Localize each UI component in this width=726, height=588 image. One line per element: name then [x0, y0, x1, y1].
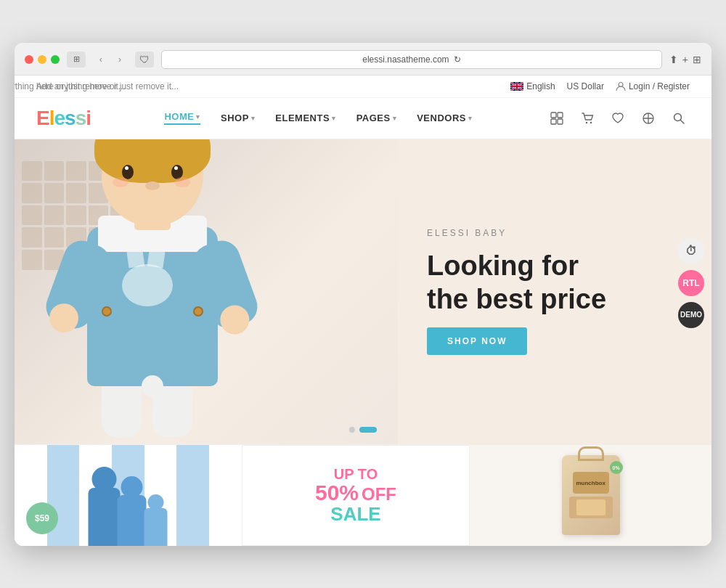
pages-chevron-icon: ▾: [393, 115, 397, 122]
nav-item-vendors[interactable]: VENDORS ▾: [417, 113, 472, 123]
sale-text: UP TO 50% OFF SALE: [315, 466, 396, 525]
tab-grid-icon[interactable]: ⊞: [67, 52, 86, 68]
logo-letter-e2: e: [54, 107, 65, 129]
nav-shop-label: SHOP: [221, 113, 249, 123]
search-icon[interactable]: [668, 107, 690, 129]
nav-icons: [546, 107, 690, 129]
shop-chevron-icon: ▾: [251, 115, 256, 122]
nav-item-shop[interactable]: SHOP ▾: [221, 113, 255, 123]
share-icon[interactable]: ⬆: [669, 54, 678, 65]
sale-up-text: UP TO: [315, 466, 396, 482]
logo-letter-e: E: [36, 107, 49, 129]
promo-card-sale[interactable]: UP TO 50% OFF SALE: [242, 445, 470, 546]
slide-dot-1[interactable]: [349, 427, 355, 433]
hero-section: ELESSI BABY Looking for the best price S…: [15, 139, 711, 444]
svg-line-10: [680, 120, 684, 123]
maximize-button[interactable]: [51, 55, 60, 64]
main-nav: Elessi HOME ▾ SHOP ▾ ELEMENTS ▾ PAGES ▾ …: [15, 98, 711, 139]
new-tab-icon[interactable]: +: [682, 54, 688, 65]
close-button[interactable]: [25, 55, 33, 64]
munchbox-label: munchbox: [576, 480, 605, 486]
top-bar: Add anything here or just remove it... A…: [15, 75, 711, 98]
zero-badge: 0%: [610, 461, 623, 474]
compare-icon[interactable]: [637, 107, 659, 129]
hero-title-line2: the best price: [427, 284, 606, 314]
product-image-area: [569, 497, 613, 518]
flag-svg: [510, 82, 523, 91]
nav-item-home[interactable]: HOME ▾: [164, 111, 200, 125]
nav-pages-label: PAGES: [356, 113, 391, 123]
grid-view-icon[interactable]: [546, 107, 568, 129]
nav-vendors-label: VENDORS: [417, 113, 466, 123]
side-buttons: ⏱ RTL DEMO: [678, 238, 704, 328]
privacy-icon: 🛡: [135, 52, 154, 68]
family-figure: [89, 467, 168, 546]
promo-card-family[interactable]: $59: [15, 445, 242, 546]
logo-letter-i: i: [86, 107, 91, 129]
language-label: English: [526, 81, 555, 91]
home-chevron-icon: ▾: [196, 113, 200, 121]
refresh-icon[interactable]: ↻: [454, 54, 461, 65]
nav-elements-label: ELEMENTS: [275, 113, 330, 123]
minimize-button[interactable]: [38, 55, 46, 64]
slide-dot-2[interactable]: [359, 427, 377, 433]
svg-rect-3: [558, 113, 563, 118]
clock-button[interactable]: ⏱: [678, 238, 704, 264]
hero-title-line1: Looking for: [427, 250, 579, 281]
baby-scene: [15, 139, 398, 444]
hero-content: ELESSI BABY Looking for the best price S…: [398, 199, 711, 384]
logo-letter-s2: s: [76, 107, 86, 129]
address-bar[interactable]: elessi.nasatheme.com ↻: [161, 50, 662, 69]
zero-badge-text: 0%: [613, 465, 620, 470]
product-bag: 0% munchbox: [562, 455, 620, 535]
elements-chevron-icon: ▾: [332, 115, 336, 122]
topbar-right: English US Dollar Login / Register: [510, 81, 690, 91]
rtl-button[interactable]: RTL: [678, 270, 704, 296]
demo-button[interactable]: DEMO: [678, 302, 704, 328]
browser-chrome: ⊞ ‹ › 🛡 elessi.nasatheme.com ↻ ⬆ + ⊞: [15, 43, 711, 75]
nav-menu: HOME ▾ SHOP ▾ ELEMENTS ▾ PAGES ▾ VENDORS…: [164, 111, 472, 125]
svg-rect-5: [558, 119, 563, 124]
svg-point-7: [590, 121, 592, 123]
language-selector[interactable]: English: [510, 81, 555, 91]
bottom-promo-row: $59 UP TO 50% OFF SALE 0% munchbox: [15, 444, 711, 546]
browser-actions: ⬆ + ⊞: [669, 54, 701, 65]
price-badge-text: $59: [35, 513, 49, 523]
sale-percent: 50%: [315, 482, 359, 504]
sale-label: SALE: [315, 504, 396, 525]
promo-card-product[interactable]: 0% munchbox: [470, 445, 711, 546]
traffic-lights: [25, 55, 60, 64]
forward-button[interactable]: ›: [112, 52, 128, 68]
nav-arrows: ‹ ›: [93, 52, 128, 68]
sale-off: OFF: [362, 485, 396, 504]
topbar-message-text: Add anything here or just remove it...: [15, 81, 126, 91]
hero-title: Looking for the best price: [427, 250, 668, 316]
uk-flag: [510, 82, 523, 91]
svg-rect-4: [551, 119, 556, 124]
wishlist-icon[interactable]: [607, 107, 629, 129]
url-text: elessi.nasatheme.com: [362, 54, 449, 65]
nav-home-label: HOME: [164, 111, 194, 122]
price-badge: $59: [26, 502, 58, 534]
back-button[interactable]: ‹: [93, 52, 109, 68]
login-register-text: Login / Register: [629, 81, 690, 91]
login-register[interactable]: Login / Register: [616, 81, 690, 91]
svg-point-6: [586, 121, 587, 123]
cart-icon[interactable]: [576, 107, 598, 129]
vendors-chevron-icon: ▾: [468, 115, 473, 122]
user-icon: [616, 81, 626, 91]
browser-window: ⊞ ‹ › 🛡 elessi.nasatheme.com ↻ ⬆ + ⊞ Add…: [15, 43, 711, 546]
shop-now-button[interactable]: ShOP NOW: [427, 327, 527, 355]
hero-dots: [349, 427, 377, 433]
logo-letter-s: s: [65, 107, 76, 129]
hero-image-area: [15, 139, 398, 444]
nav-item-elements[interactable]: ELEMENTS ▾: [275, 113, 335, 123]
product-logo-area: munchbox: [573, 472, 609, 494]
nav-item-pages[interactable]: PAGES ▾: [356, 113, 397, 123]
extensions-icon[interactable]: ⊞: [693, 54, 701, 65]
logo[interactable]: Elessi: [36, 107, 91, 130]
currency-label[interactable]: US Dollar: [567, 81, 604, 91]
svg-rect-2: [551, 113, 556, 118]
hero-subtitle: ELESSI BABY: [427, 228, 668, 238]
